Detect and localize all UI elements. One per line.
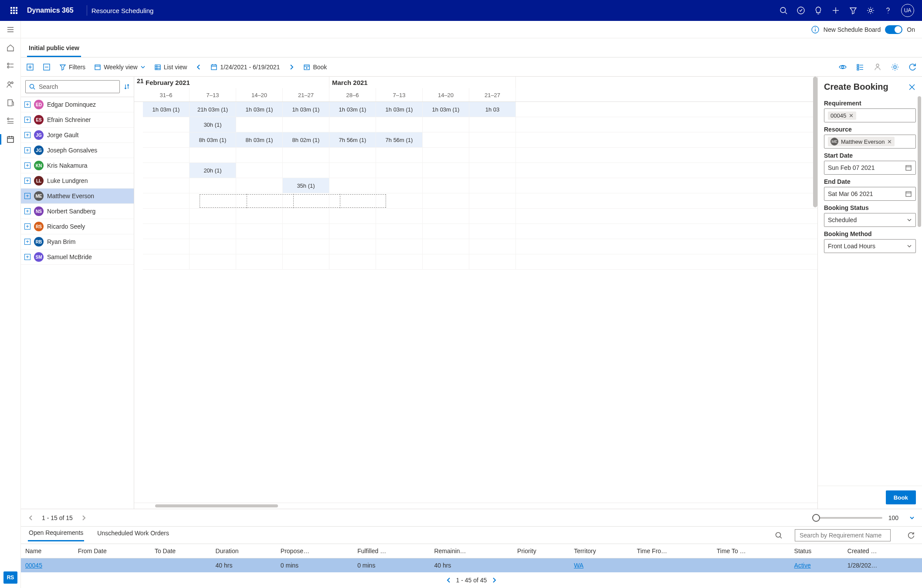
grid-cell[interactable] [143, 193, 190, 208]
expand-icon[interactable]: + [24, 223, 31, 230]
active-view-tab[interactable]: Initial public view [27, 44, 81, 57]
vertical-scrollbar[interactable] [813, 77, 817, 509]
grid-cell[interactable] [376, 117, 423, 132]
grid-cell[interactable] [190, 148, 236, 162]
grid-cell[interactable] [376, 239, 423, 254]
home-nav[interactable] [3, 43, 17, 53]
prev-page-button[interactable] [28, 515, 34, 521]
grid-row[interactable]: 35h (1) [143, 178, 817, 193]
grid-cell[interactable] [329, 209, 376, 223]
grid-cell[interactable]: 7h 56m (1) [329, 132, 376, 147]
grid-cell[interactable] [376, 224, 423, 239]
table-header[interactable]: Remainin… [430, 544, 513, 558]
resource-row[interactable]: + LL Luke Lundgren [21, 173, 134, 189]
book-submit-button[interactable]: Book [886, 490, 916, 504]
add-button[interactable] [831, 6, 840, 15]
grid-cell[interactable] [190, 209, 236, 223]
refresh-board-button[interactable] [908, 63, 917, 71]
grid-cell[interactable] [423, 178, 469, 193]
resource-row[interactable]: + KN Kris Nakamura [21, 158, 134, 173]
grid-body[interactable]: 1h 03m (1)21h 03m (1)1h 03m (1)1h 03m (1… [134, 102, 817, 503]
grid-cell[interactable]: 8h 03m (1) [190, 132, 236, 147]
grid-cell[interactable] [376, 178, 423, 193]
list-view-button[interactable]: List view [154, 64, 187, 71]
filter-button[interactable] [849, 6, 858, 15]
grid-cell[interactable]: 35h (1) [283, 178, 329, 193]
grid-cell[interactable] [190, 239, 236, 254]
resource-row[interactable]: + NS Norbert Sandberg [21, 204, 134, 219]
grid-cell[interactable] [236, 239, 283, 254]
table-header[interactable]: Name [21, 544, 74, 558]
booking-method-field[interactable]: Front Load Hours [824, 239, 916, 253]
grid-row[interactable] [143, 148, 817, 163]
grid-cell[interactable] [143, 224, 190, 239]
grid-cell[interactable] [423, 193, 469, 208]
grid-cell[interactable] [143, 117, 190, 132]
grid-cell[interactable]: 21h 03m (1) [190, 102, 236, 117]
grid-cell[interactable] [329, 239, 376, 254]
table-header[interactable]: Created … [843, 544, 922, 558]
grid-cell[interactable] [190, 224, 236, 239]
grid-cell[interactable]: 1h 03 [469, 102, 516, 117]
table-header[interactable]: Time To … [712, 544, 790, 558]
calendar-icon[interactable] [905, 164, 912, 171]
people-nav[interactable] [3, 79, 17, 90]
grid-cell[interactable] [283, 209, 329, 223]
grid-row[interactable] [143, 193, 817, 209]
grid-cell[interactable] [143, 163, 190, 178]
grid-cell[interactable] [329, 224, 376, 239]
expand-icon[interactable]: + [24, 193, 31, 199]
resource-row[interactable]: + ME Matthew Everson [21, 189, 134, 204]
grid-cell[interactable]: 1h 03m (1) [143, 102, 190, 117]
clear-chip-icon[interactable]: ✕ [887, 139, 892, 145]
grid-cell[interactable]: 1h 03m (1) [423, 102, 469, 117]
grid-cell[interactable] [283, 163, 329, 178]
next-page-button[interactable] [81, 515, 87, 521]
grid-cell[interactable] [376, 148, 423, 162]
grid-cell[interactable]: 30h (1) [190, 117, 236, 132]
app-switcher[interactable]: RS [3, 571, 17, 584]
table-header[interactable]: Duration [211, 544, 276, 558]
prev-page-button[interactable] [446, 577, 452, 583]
refresh-requirements-button[interactable] [907, 531, 915, 539]
board-settings-button[interactable] [891, 63, 899, 71]
visibility-button[interactable] [838, 63, 847, 71]
grid-cell[interactable]: 1h 03m (1) [283, 102, 329, 117]
expand-icon[interactable]: + [24, 101, 31, 108]
booking-status-field[interactable]: Scheduled [824, 213, 916, 227]
resource-row[interactable]: + ES Efrain Schreiner [21, 112, 134, 128]
resource-field[interactable]: MEMatthew Everson✕ [824, 135, 916, 149]
grid-cell[interactable]: 8h 02m (1) [283, 132, 329, 147]
new-board-toggle[interactable] [885, 25, 902, 34]
grid-cell[interactable] [469, 193, 516, 208]
grid-cell[interactable] [469, 132, 516, 147]
requirements-search-input[interactable] [795, 529, 891, 541]
panel-scrollbar[interactable] [918, 96, 921, 253]
table-header[interactable]: From Date [74, 544, 150, 558]
grid-row[interactable]: 1h 03m (1)21h 03m (1)1h 03m (1)1h 03m (1… [143, 102, 817, 117]
calendar-icon[interactable] [905, 190, 912, 197]
territory-link[interactable]: WA [574, 562, 583, 569]
resource-row[interactable]: + RB Ryan Brim [21, 234, 134, 250]
grid-cell[interactable] [469, 178, 516, 193]
grid-cell[interactable] [236, 209, 283, 223]
grid-cell[interactable] [469, 254, 516, 269]
horizontal-scrollbar[interactable] [134, 503, 817, 509]
expand-icon[interactable]: + [24, 208, 31, 214]
expand-icon[interactable]: + [24, 254, 31, 260]
table-header[interactable]: To Date [150, 544, 211, 558]
view-mode-dropdown[interactable]: Weekly view [94, 64, 146, 71]
grid-cell[interactable] [190, 254, 236, 269]
people-list-nav[interactable] [3, 61, 17, 71]
grid-cell[interactable]: 1h 03m (1) [329, 102, 376, 117]
resource-button[interactable] [873, 63, 882, 71]
table-row[interactable]: 00045 40 hrs 0 mins 0 mins 40 hrs WA Act… [21, 558, 922, 573]
grid-cell[interactable] [329, 117, 376, 132]
grid-cell[interactable]: 1h 03m (1) [236, 102, 283, 117]
grid-cell[interactable] [329, 148, 376, 162]
grid-cell[interactable] [423, 254, 469, 269]
table-header[interactable]: Territory [569, 544, 632, 558]
settings-button[interactable] [866, 6, 875, 15]
grid-cell[interactable] [423, 148, 469, 162]
expand-icon[interactable]: + [24, 162, 31, 169]
